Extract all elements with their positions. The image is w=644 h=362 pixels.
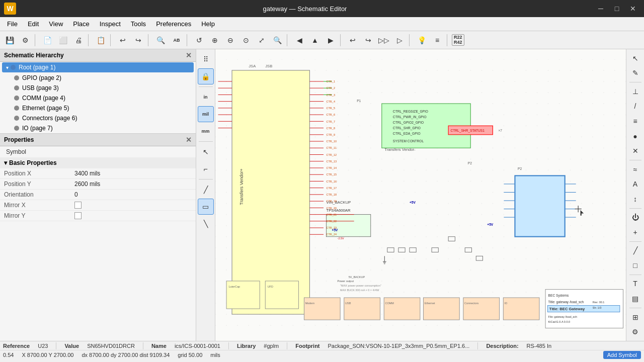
maximize-button[interactable]: □ (610, 4, 624, 14)
toolbar-btn-redo[interactable]: ↪ (131, 33, 146, 47)
toolbar-btn-nav-end[interactable]: ▷▷ (376, 33, 391, 47)
net-label-btn[interactable]: ≈ (628, 162, 643, 176)
val-value: SN65HVD01DRCR (87, 343, 135, 349)
toolbar-btn-mirror[interactable]: ▷ (392, 33, 407, 47)
add-img-btn[interactable]: ⊞ (628, 310, 643, 324)
draw-rect-btn[interactable]: □ (628, 258, 643, 273)
toolbar-btn-new[interactable]: 📄 (40, 33, 55, 47)
wire-btn[interactable]: / (628, 100, 643, 114)
toolbar-btn-save[interactable]: 💾 (2, 33, 17, 47)
hier-label-btn[interactable]: ↕ (628, 192, 643, 206)
toolbar-btn-refresh[interactable]: ↺ (192, 33, 207, 47)
add-pwr-btn[interactable]: ⏻ (628, 211, 643, 225)
properties-group[interactable]: ▾ Basic Properties (0, 157, 196, 168)
svg-text:CTRL_SHR_GPIO: CTRL_SHR_GPIO (393, 126, 421, 130)
unit-mm-btn[interactable]: mm (198, 123, 214, 139)
add-text-btn[interactable]: T (628, 277, 643, 291)
toolbar-sep-1 (35, 34, 38, 46)
hierarchy-close[interactable]: ✕ (186, 51, 192, 59)
add-textbox-btn[interactable]: ▤ (628, 292, 643, 306)
toolbar-btn-zoom-fit[interactable]: ⤢ (254, 33, 269, 47)
svg-text:CTR_19: CTR_19 (327, 200, 337, 203)
hierarchy-title: Schematic Hierarchy (4, 52, 64, 59)
lock-btn[interactable]: 🔒 (198, 68, 214, 84)
desc-label: Description: (486, 343, 518, 349)
schematic-canvas-area[interactable]: JSA JSB (215, 49, 626, 341)
toolbar-btn-clipboard[interactable]: 📋 (93, 33, 108, 47)
hierarchy-item-5[interactable]: Connectors (page 6) (0, 113, 196, 123)
action-val[interactable]: Add Symbol (603, 351, 641, 359)
toolbar-btn-zoom-in[interactable]: ⊕ (207, 33, 222, 47)
toolbar-btn-zoom-center[interactable]: ⊙ (238, 33, 254, 47)
toolbar-btn-print-preview[interactable]: ⬜ (55, 33, 70, 47)
unit-mil-btn[interactable]: mil (198, 106, 214, 122)
toolbar-btn-undo[interactable]: ↩ (115, 33, 130, 47)
tools-btn[interactable]: ⚙ (628, 325, 643, 339)
add-sym-btn[interactable]: + (628, 225, 643, 239)
no-connect-btn[interactable]: ✕ (628, 144, 643, 158)
dot-grid-btn[interactable]: ⠿ (198, 51, 214, 67)
chart2-btn[interactable]: ╲ (198, 216, 214, 232)
cursor-btn[interactable]: ↖ (198, 144, 214, 160)
name-value: ics/ICS-0001-0001 (175, 343, 220, 349)
menu-item-view[interactable]: View (44, 18, 68, 30)
toolbar-badge-r22[interactable]: R22 R42 (452, 34, 464, 46)
svg-text:USB: USB (345, 302, 351, 305)
properties-type: Symbol (0, 146, 196, 157)
properties-close[interactable]: ✕ (186, 136, 192, 144)
snap-btn[interactable]: ⌐ (198, 161, 214, 177)
props-row-4: Mirror Y (0, 211, 196, 221)
draw-line-btn[interactable]: ╱ (628, 244, 643, 258)
svg-rect-86 (344, 298, 380, 320)
hierarchy-item-0[interactable]: ▾Root (page 1) (2, 62, 194, 72)
svg-text:CTR_5: CTR_5 (327, 107, 335, 110)
vert-toolbar-sep (199, 86, 213, 87)
toolbar-btn-settings[interactable]: ⚙ (18, 33, 33, 47)
toolbar-btn-print[interactable]: 🖨 (71, 33, 86, 47)
toolbar-btn-find[interactable]: 🔍 (153, 33, 168, 47)
frame-btn[interactable]: ▭ (198, 199, 214, 215)
close-button[interactable]: ✕ (626, 4, 640, 14)
toolbar-btn-zoom-out[interactable]: ⊖ (223, 33, 238, 47)
toolbar-btn-nav-back[interactable]: ◀ (292, 33, 307, 47)
props-checkbox[interactable] (74, 202, 82, 209)
menu-item-inspect[interactable]: Inspect (95, 18, 126, 30)
toolbar-btn-nav-up[interactable]: ▲ (307, 33, 323, 47)
hierarchy-item-4[interactable]: Ethernet (page 5) (0, 103, 196, 113)
coords-val: X 8700.00 Y 2700.00 (22, 352, 73, 358)
status-row-2: 0.54 X 8700.00 Y 2700.00 dx 8700.00 dy 2… (0, 350, 644, 359)
menu-item-tools[interactable]: Tools (126, 18, 151, 30)
hierarchy-item-1[interactable]: GPIO (page 2) (0, 73, 196, 83)
menu-item-help[interactable]: Help (196, 18, 220, 30)
svg-text:CTR_18: CTR_18 (327, 193, 337, 196)
props-checkbox[interactable] (74, 212, 82, 219)
select-arrow-btn[interactable]: ↖ (628, 51, 643, 65)
bus-btn[interactable]: ≡ (628, 114, 643, 128)
hierarchy-dot-2 (14, 85, 19, 90)
menu-item-place[interactable]: Place (68, 18, 95, 30)
unit-val: mils (210, 352, 220, 358)
hierarchy-item-3[interactable]: COMM (page 4) (0, 93, 196, 103)
menu-item-file[interactable]: File (2, 18, 23, 30)
hierarchy-item-6[interactable]: IO (page 7) (0, 123, 196, 133)
toolbar-btn-text-ab[interactable]: AB (169, 33, 185, 47)
hierarchy-item-2[interactable]: USB (page 3) (0, 83, 196, 93)
ref-label: Reference (3, 343, 30, 349)
toolbar-btn-zoom-area[interactable]: 🔍 (270, 33, 285, 47)
toolbar-btn-nav-fwd[interactable]: ▶ (323, 33, 338, 47)
menu-item-preferences[interactable]: Preferences (151, 18, 196, 30)
svg-text:CTR_21: CTR_21 (327, 213, 337, 216)
unit-in-btn[interactable]: in (198, 89, 214, 105)
edit-symbol-btn[interactable]: ✎ (628, 66, 643, 80)
chart1-btn[interactable]: ╱ (198, 182, 214, 198)
toolbar-btn-highlight[interactable]: 💡 (414, 33, 429, 47)
junction-btn[interactable]: ● (628, 129, 643, 143)
toolbar-btn-nav-back2[interactable]: ↩ (345, 33, 360, 47)
schematic-canvas[interactable]: JSA JSB (215, 49, 626, 341)
pin-btn[interactable]: ⊥ (628, 84, 643, 99)
toolbar-btn-netlist[interactable]: ≡ (430, 33, 445, 47)
toolbar-btn-nav-fwd2[interactable]: ↪ (361, 33, 376, 47)
menu-item-edit[interactable]: Edit (23, 18, 44, 30)
global-label-btn[interactable]: A (628, 177, 643, 191)
minimize-button[interactable]: ─ (594, 4, 608, 14)
